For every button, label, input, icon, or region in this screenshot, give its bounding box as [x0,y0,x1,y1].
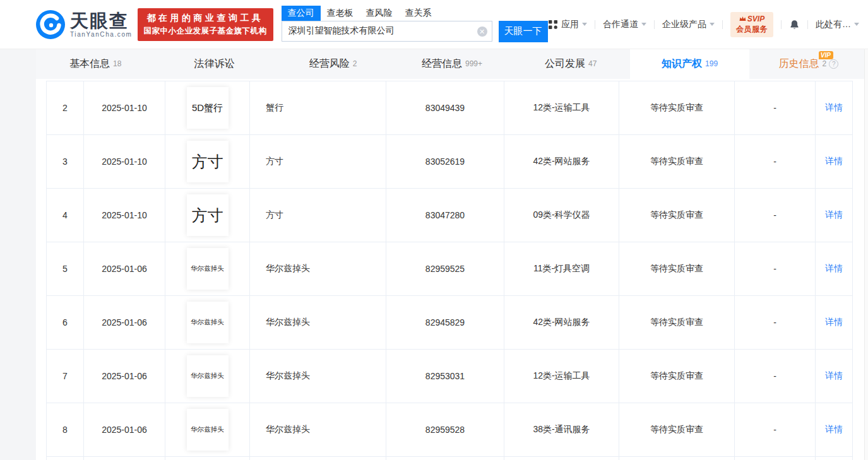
category: 38类-通讯服务 [504,403,619,457]
nav-tab-count: 2 [353,59,357,68]
search-tabs: 查公司查老板查风险查关系 [282,6,548,21]
row-index: 2 [47,81,84,135]
menu-enterprise-label: 企业级产品 [662,19,706,30]
trademark-name: 华尔兹掉头 [250,350,386,403]
slogan-banner: 都在用的商业查询工具 国家中小企业发展子基金旗下机构 [138,8,273,41]
nav-tab[interactable]: VIP 历史信息 2 ? [749,49,868,79]
search-button[interactable]: 天眼一下 [499,21,548,42]
trademark-name: 方寸 [250,135,386,189]
menu-more[interactable]: 此处有… [816,19,859,30]
status: 等待实质审查 [619,296,735,350]
trademark-name: 方寸 [250,189,386,242]
search-tab[interactable]: 查老板 [321,6,360,21]
search-tab[interactable]: 查风险 [360,6,399,21]
detail-link[interactable]: 详情 [825,263,843,274]
search-input[interactable] [282,21,492,42]
registration-number: 82959528 [386,403,504,457]
registration-number: 82945829 [386,296,504,350]
svip-line2: 会员服务 [736,24,768,35]
detail-link[interactable]: 详情 [825,156,843,167]
status: 等待实质审查 [619,403,735,457]
trademark-image[interactable]: 5D蟹行 [187,87,229,129]
menu-divider [595,20,595,29]
nav-tab-label: 公司发展 [545,57,585,71]
detail-cell: 详情 [816,81,853,135]
trademark-image[interactable]: 华尔兹掉头 [187,409,229,451]
nav-tab-label: 法律诉讼 [194,57,234,71]
trademark-image-cell: 华尔兹掉头 [165,350,250,403]
menu-apps[interactable]: 应用 [549,19,587,30]
nav-tab-count: 199 [705,59,718,68]
nav-tab-count: 47 [588,59,597,68]
category: 12类-运输工具 [504,81,619,135]
nav-tab[interactable]: 经营风险 2 [274,49,393,79]
logo-swirl-icon [36,10,65,39]
detail-link[interactable]: 详情 [825,370,843,382]
nav-tab-count: 999+ [465,59,482,68]
logo-title: 天眼查 [70,11,133,30]
registration-number: 83049439 [386,81,504,135]
search-tab[interactable]: 查关系 [399,6,438,21]
trademark-image[interactable]: 华尔兹掉头 [187,248,229,290]
detail-link[interactable]: 详情 [825,424,843,435]
table-row: 2 2025-01-10 5D蟹行 蟹行 83049439 12类-运输工具 等… [47,81,853,135]
trademark-image-cell [165,457,250,460]
nav-tab-label: 历史信息 [778,57,819,71]
apply-date: 2025-01-10 [84,189,165,242]
top-menu: 应用 合作通道 企业级产品 SVIP 会员服务 [549,12,859,37]
section-nav: 基本信息 18 法律诉讼 经营风险 2 经营信息 999+ 公司发展 47 知识… [36,49,868,79]
svip-member-button[interactable]: SVIP 会员服务 [730,12,773,37]
left-gutter [0,49,36,460]
nav-tab[interactable]: 知识产权 199 [630,49,749,79]
extra-value: - [735,403,816,457]
search-row: ✕ 天眼一下 [282,21,548,42]
scrollbar[interactable] [864,49,868,460]
clear-icon[interactable]: ✕ [477,27,487,37]
chevron-down-icon [582,23,587,26]
apply-date: 2025-01-06 [84,296,165,350]
apply-date: 2025-01-10 [84,81,165,135]
nav-tab-label: 经营信息 [422,57,462,71]
trademark-image-cell: 华尔兹掉头 [165,242,250,296]
nav-tab-label: 基本信息 [69,57,110,71]
search-tab[interactable]: 查公司 [282,6,321,21]
menu-apps-label: 应用 [561,19,579,30]
status: 等待实质审查 [619,81,735,135]
notification-bell-icon[interactable] [789,19,800,30]
detail-link[interactable]: 详情 [825,102,843,114]
trademark-name: 华尔兹掉头 [250,403,386,457]
detail-cell: 详情 [816,242,853,296]
trademark-image[interactable]: 华尔兹掉头 [187,355,229,397]
nav-tab[interactable]: 法律诉讼 [155,49,273,79]
menu-enterprise[interactable]: 企业级产品 [662,19,715,30]
extra-value: - [735,81,816,135]
chevron-down-icon [710,23,715,26]
trademark-image[interactable]: 方寸 [187,141,229,182]
top-header: 天眼查 TianYanCha.com 都在用的商业查询工具 国家中小企业发展子基… [0,0,868,49]
registration-number [386,457,504,460]
nav-tab[interactable]: 公司发展 47 [511,49,630,79]
menu-cooperation[interactable]: 合作通道 [603,19,646,30]
menu-divider [722,20,723,29]
menu-divider [654,20,655,29]
nav-tab[interactable]: 经营信息 999+ [393,49,511,79]
vip-badge: VIP [819,51,833,59]
detail-link[interactable]: 详情 [825,317,843,328]
nav-tab[interactable]: 基本信息 18 [36,49,155,79]
help-icon[interactable]: ? [829,59,838,69]
table-row-partial [47,457,853,460]
table-row: 4 2025-01-10 方寸 方寸 83047280 09类-科学仪器 等待实… [47,189,853,242]
menu-cooperation-label: 合作通道 [603,19,638,30]
detail-link[interactable]: 详情 [825,209,843,221]
apply-date: 2025-01-06 [84,350,165,403]
apply-date: 2025-01-06 [84,403,165,457]
category: 11类-灯具空调 [504,242,619,296]
tianyancha-logo[interactable]: 天眼查 TianYanCha.com [36,10,133,39]
category: 12类-运输工具 [504,350,619,403]
menu-divider [807,20,808,29]
slogan-line1: 都在用的商业查询工具 [144,13,267,24]
trademark-image[interactable]: 华尔兹掉头 [187,302,229,343]
row-index [47,457,84,460]
trademark-image[interactable]: 方寸 [187,194,229,236]
trademark-table: 2 2025-01-10 5D蟹行 蟹行 83049439 12类-运输工具 等… [46,81,853,460]
